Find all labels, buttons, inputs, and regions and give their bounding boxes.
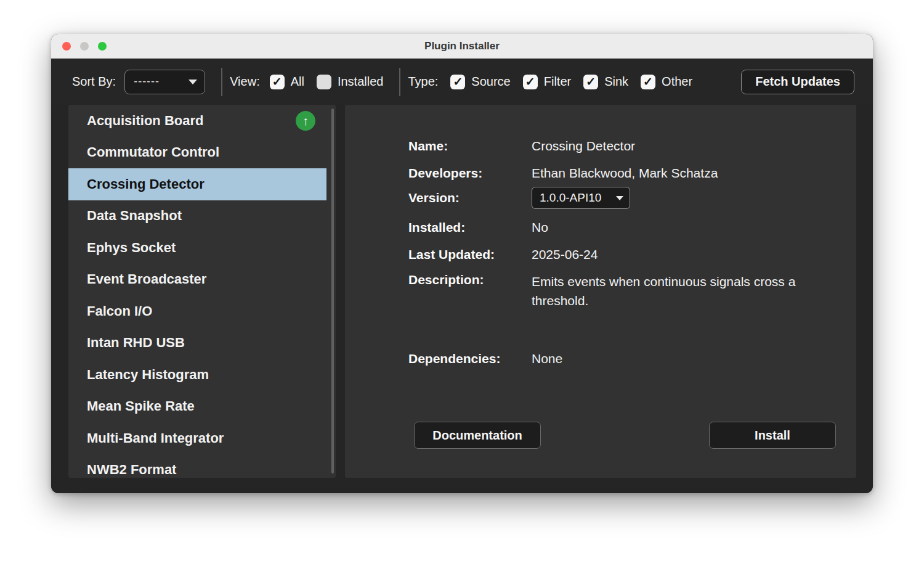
plugin-item-label: Mean Spike Rate: [87, 398, 195, 414]
update-available-icon: ↑: [296, 111, 315, 131]
zoom-window-button[interactable]: [98, 42, 107, 51]
plugin-item-mean-spike-rate[interactable]: Mean Spike Rate: [68, 391, 326, 423]
plugin-item-label: Commutator Control: [87, 144, 219, 160]
plugin-item-label: NWB2 Format: [87, 462, 176, 478]
install-button[interactable]: Install: [709, 422, 836, 449]
plugin-item-crossing-detector[interactable]: Crossing Detector: [68, 168, 326, 200]
window-title: Plugin Installer: [424, 40, 500, 52]
plugin-item-label: Ephys Socket: [87, 240, 176, 256]
plugin-item-intan-rhd-usb[interactable]: Intan RHD USB: [68, 327, 326, 359]
plugin-list: Acquisition Board ↑ Commutator Control C…: [68, 105, 336, 478]
version-dropdown[interactable]: 1.0.0-API10: [532, 187, 630, 209]
documentation-button[interactable]: Documentation: [414, 422, 541, 449]
plugin-item-label: Intan RHD USB: [87, 335, 185, 351]
field-name-row: Name: Crossing Detector: [408, 138, 834, 154]
plugin-item-label: Event Broadcaster: [87, 271, 206, 287]
plugin-item-acquisition-board[interactable]: Acquisition Board ↑: [68, 105, 326, 137]
name-value: Crossing Detector: [532, 138, 635, 154]
sort-by-label: Sort By:: [72, 75, 116, 89]
window-content: Sort By: ------ View: All Installed Type…: [51, 59, 873, 493]
last-updated-value: 2025-06-24: [532, 247, 598, 263]
plugin-item-label: Data Snapshot: [87, 208, 182, 224]
checkbox-icon: [317, 75, 331, 89]
field-developers-row: Developers: Ethan Blackwood, Mark Schatz…: [408, 165, 834, 181]
toolbar-divider: [399, 68, 400, 96]
last-updated-label: Last Updated:: [408, 247, 532, 263]
checkbox-label: Source: [471, 75, 510, 89]
list-scrollbar[interactable]: [331, 109, 334, 473]
plugin-item-commutator-control[interactable]: Commutator Control: [68, 137, 326, 169]
plugin-item-label: Acquisition Board: [87, 113, 203, 129]
type-sink-checkbox[interactable]: Sink: [583, 75, 628, 89]
toolbar: Sort By: ------ View: All Installed Type…: [51, 59, 873, 105]
plugin-item-label: Multi-Band Integrator: [87, 430, 224, 446]
fetch-updates-button[interactable]: Fetch Updates: [741, 70, 854, 94]
type-filter-checkbox[interactable]: Filter: [523, 75, 571, 89]
toolbar-divider: [221, 68, 222, 96]
chevron-down-icon: [188, 80, 197, 84]
checkbox-label: All: [291, 75, 304, 89]
arrow-up-icon: ↑: [302, 115, 309, 127]
type-source-checkbox[interactable]: Source: [450, 75, 510, 89]
description-label: Description:: [408, 272, 532, 288]
sort-by-value: ------: [134, 75, 160, 88]
checkbox-icon: [641, 75, 655, 89]
chevron-down-icon: [616, 196, 623, 200]
plugin-item-label: Crossing Detector: [87, 176, 205, 192]
name-label: Name:: [408, 138, 532, 154]
checkbox-label: Installed: [338, 75, 384, 89]
plugin-item-falcon-io[interactable]: Falcon I/O: [68, 295, 326, 327]
plugin-item-multi-band-integrator[interactable]: Multi-Band Integrator: [68, 422, 326, 454]
dependencies-value: None: [532, 351, 562, 367]
minimize-window-button[interactable]: [80, 42, 89, 51]
checkbox-icon: [450, 75, 465, 89]
field-description-row: Description: Emits events when continuou…: [408, 272, 834, 310]
description-value: Emits events when continuous signals cro…: [532, 272, 834, 310]
field-last-updated-row: Last Updated: 2025-06-24: [408, 247, 834, 263]
version-label: Version:: [408, 190, 532, 206]
field-installed-row: Installed: No: [408, 219, 834, 235]
checkbox-label: Filter: [544, 75, 571, 89]
dependencies-label: Dependencies:: [408, 351, 532, 367]
plugin-item-latency-histogram[interactable]: Latency Histogram: [68, 359, 326, 391]
plugin-item-ephys-socket[interactable]: Ephys Socket: [68, 232, 326, 264]
field-version-row: Version: 1.0.0-API10: [408, 187, 834, 209]
close-window-button[interactable]: [62, 42, 71, 51]
checkbox-label: Other: [662, 75, 692, 89]
traffic-lights: [62, 34, 107, 58]
type-other-checkbox[interactable]: Other: [641, 75, 692, 89]
field-dependencies-row: Dependencies: None: [408, 351, 834, 367]
details-button-row: Documentation Install: [414, 422, 836, 449]
plugin-item-label: Falcon I/O: [87, 303, 152, 319]
plugin-item-nwb2-format[interactable]: NWB2 Format: [68, 454, 326, 478]
checkbox-icon: [270, 75, 285, 89]
titlebar: Plugin Installer: [51, 34, 873, 59]
developers-value: Ethan Blackwood, Mark Schatza: [532, 165, 718, 181]
view-all-checkbox[interactable]: All: [270, 75, 304, 89]
view-label: View:: [230, 75, 260, 89]
version-value: 1.0.0-API10: [540, 191, 601, 205]
plugin-installer-window: Plugin Installer Sort By: ------ View: A…: [51, 34, 873, 493]
view-installed-checkbox[interactable]: Installed: [317, 75, 384, 89]
plugin-item-event-broadcaster[interactable]: Event Broadcaster: [68, 264, 326, 296]
developers-label: Developers:: [408, 165, 532, 181]
checkbox-label: Sink: [604, 75, 628, 89]
plugin-item-label: Latency Histogram: [87, 367, 209, 383]
installed-label: Installed:: [408, 219, 532, 235]
installed-value: No: [532, 219, 548, 235]
plugin-item-data-snapshot[interactable]: Data Snapshot: [68, 200, 326, 232]
plugin-details-panel: Name: Crossing Detector Developers: Etha…: [345, 105, 856, 478]
checkbox-icon: [583, 75, 598, 89]
checkbox-icon: [523, 75, 538, 89]
plugin-details-fields: Name: Crossing Detector Developers: Etha…: [408, 105, 834, 367]
sort-by-dropdown[interactable]: ------: [124, 70, 205, 94]
type-label: Type:: [408, 75, 438, 89]
